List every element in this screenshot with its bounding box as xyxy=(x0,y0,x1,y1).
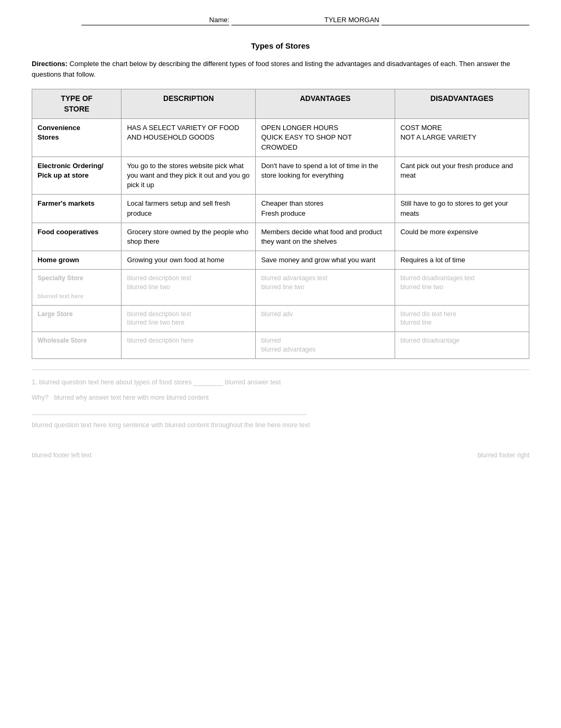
row-desc: blurred description here xyxy=(121,332,256,359)
question-1-row: 1. blurred question text here about type… xyxy=(32,377,529,388)
row-desc: blurred description textblurred line two xyxy=(121,270,256,305)
col-header-desc: DESCRIPTION xyxy=(121,89,256,119)
row-desc: Grocery store owned by the people who sh… xyxy=(121,223,256,251)
directions-bold: Directions: xyxy=(32,60,68,68)
row-desc: HAS A SELECT VARIETY OF FOOD AND HOUSEHO… xyxy=(121,119,256,157)
name-value: TYLER MORGAN xyxy=(231,16,379,25)
row-dis: Requires a lot of time xyxy=(395,251,529,270)
row-desc: You go to the stores website pick what y… xyxy=(121,156,256,195)
row-type: Home grown xyxy=(32,251,121,270)
answer-line xyxy=(32,406,306,415)
row-adv: Members decide what food and product the… xyxy=(256,223,395,251)
question-3-row: blurred question text here long sentence… xyxy=(32,420,529,430)
row-desc: Local farmers setup and sell fresh produ… xyxy=(121,195,256,223)
footer: blurred footer left text blurred footer … xyxy=(32,451,529,459)
table-row: Specialty Storeblurred text here blurred… xyxy=(32,270,529,305)
row-adv: blurred adv xyxy=(256,305,395,332)
directions: Directions: Complete the chart below by … xyxy=(32,59,529,79)
page-title: Types of Stores xyxy=(32,41,529,50)
row-adv: Cheaper than storesFresh produce xyxy=(256,195,395,223)
row-dis: Still have to go to stores to get your m… xyxy=(395,195,529,223)
name-line: Name: TYLER MORGAN xyxy=(32,16,529,25)
questions-section: 1. blurred question text here about type… xyxy=(32,370,529,430)
row-dis: blurred disadvantage xyxy=(395,332,529,359)
row-dis: blurred disadvantages textblurred line t… xyxy=(395,270,529,305)
row-type: Specialty Storeblurred text here xyxy=(32,270,121,305)
row-dis: Could be more expensive xyxy=(395,223,529,251)
col-header-dis: DISADVANTAGES xyxy=(395,89,529,119)
row-adv: Don't have to spend a lot of time in the… xyxy=(256,156,395,195)
table-row: Food cooperatives Grocery store owned by… xyxy=(32,223,529,251)
footer-left: blurred footer left text xyxy=(32,451,91,459)
row-dis: blurred dis text hereblurred line xyxy=(395,305,529,332)
table-row: Large Store blurred description textblur… xyxy=(32,305,529,332)
row-type: Farmer's markets xyxy=(32,195,121,223)
table-row: Wholesale Store blurred description here… xyxy=(32,332,529,359)
table-header-row: TYPE OFSTORE DESCRIPTION ADVANTAGES DISA… xyxy=(32,89,529,119)
row-type: Food cooperatives xyxy=(32,223,121,251)
col-header-adv: ADVANTAGES xyxy=(256,89,395,119)
question-2-row: Why? blurred why answer text here with m… xyxy=(32,393,529,416)
table-row: ConvenienceStores HAS A SELECT VARIETY O… xyxy=(32,119,529,157)
row-adv: Save money and grow what you want xyxy=(256,251,395,270)
q2-label: Why? xyxy=(32,394,49,401)
table-row: Electronic Ordering/Pick up at store You… xyxy=(32,156,529,195)
name-underline xyxy=(381,16,529,25)
table-row: Home grown Growing your own food at home… xyxy=(32,251,529,270)
row-type: ConvenienceStores xyxy=(32,119,121,157)
row-desc: Growing your own food at home xyxy=(121,251,256,270)
col-header-type: TYPE OFSTORE xyxy=(32,89,121,119)
row-type: Electronic Ordering/Pick up at store xyxy=(32,156,121,195)
row-adv: OPEN LONGER HOURSQUICK EASY TO SHOP NOT … xyxy=(256,119,395,157)
row-type: Large Store xyxy=(32,305,121,332)
table-row: Farmer's markets Local farmers setup and… xyxy=(32,195,529,223)
row-adv: blurred advantages textblurred line two xyxy=(256,270,395,305)
store-types-table: TYPE OFSTORE DESCRIPTION ADVANTAGES DISA… xyxy=(32,89,529,359)
name-label: Name: xyxy=(81,16,229,25)
row-type: Wholesale Store xyxy=(32,332,121,359)
row-dis: Cant pick out your fresh produce and mea… xyxy=(395,156,529,195)
row-desc: blurred description textblurred line two… xyxy=(121,305,256,332)
row-dis: COST MORENOT A LARGE VARIETY xyxy=(395,119,529,157)
footer-right: blurred footer right xyxy=(478,451,529,459)
row-adv: blurredblurred advantages xyxy=(256,332,395,359)
directions-text: Complete the chart below by describing t… xyxy=(32,60,510,78)
